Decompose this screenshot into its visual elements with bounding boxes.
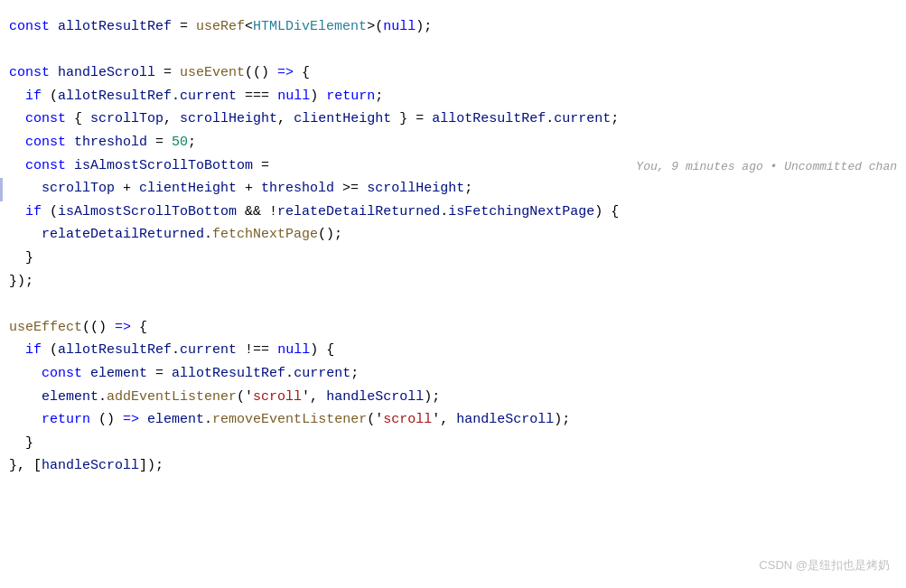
line-content: }); — [9, 271, 33, 293]
token-prop: current — [554, 111, 611, 126]
token-kw: null — [383, 19, 416, 34]
token-plain: = — [147, 366, 172, 381]
token-arrow: => — [123, 412, 139, 427]
line-content: const handleScroll = useEvent(() => { — [9, 62, 310, 84]
code-line — [0, 40, 906, 63]
token-plain: ) — [310, 89, 326, 104]
token-plain: ( — [42, 342, 58, 358]
token-var: scrollHeight — [180, 111, 277, 126]
token-var: threshold — [74, 135, 147, 150]
token-prop: isFetchingNextPage — [448, 204, 594, 219]
token-plain: ; — [375, 89, 383, 104]
token-plain: === — [237, 89, 277, 104]
token-plain: ); — [424, 389, 440, 405]
code-line: useEffect(() => { — [0, 317, 906, 341]
token-var: handleScroll — [326, 389, 424, 405]
token-fn: useEvent — [180, 65, 245, 80]
token-plain: (); — [318, 227, 342, 242]
token-kw: const — [9, 19, 58, 34]
token-plain: . — [285, 366, 294, 381]
line-content: const threshold = 50; — [9, 132, 196, 154]
token-var: allotResultRef — [58, 342, 172, 358]
line-content: const isAlmostScrollToBottom = — [9, 155, 269, 177]
code-line: const element = allotResultRef.current; — [0, 363, 906, 387]
line-content: } — [9, 247, 33, 269]
token-kw: return — [326, 89, 375, 104]
code-line: const { scrollTop, scrollHeight, clientH… — [0, 108, 906, 132]
token-var: handleScroll — [58, 65, 155, 80]
token-plain: = — [172, 19, 196, 34]
token-var: allotResultRef — [58, 19, 172, 34]
code-line: relateDetailReturned.fetchNextPage(); — [0, 224, 906, 247]
token-plain: , — [163, 111, 180, 126]
token-plain — [9, 135, 25, 150]
token-prop: current — [180, 342, 237, 358]
token-plain: . — [172, 89, 180, 104]
token-plain: { — [66, 111, 90, 126]
token-kw: const — [25, 111, 66, 126]
token-kw: const — [9, 65, 58, 80]
token-var: scrollHeight — [367, 181, 464, 196]
token-plain: { — [131, 320, 147, 335]
token-plain: ', — [302, 389, 326, 405]
token-str: scroll — [383, 412, 432, 427]
line-content: if (allotResultRef.current !== null) { — [9, 340, 334, 361]
token-plain: } = — [391, 111, 432, 126]
token-str: scroll — [253, 389, 302, 405]
token-plain: ]); — [139, 458, 163, 473]
line-content: useEffect(() => { — [9, 317, 147, 339]
token-plain: ', — [432, 412, 456, 427]
token-kw: if — [25, 89, 42, 104]
token-kw: const — [25, 158, 66, 173]
token-plain: + — [115, 181, 139, 196]
token-plain — [9, 158, 25, 173]
token-method: fetchNextPage — [212, 227, 318, 242]
code-line: if (allotResultRef.current === null) ret… — [0, 86, 906, 109]
token-plain: . — [98, 389, 107, 405]
token-plain: >( — [367, 19, 383, 34]
token-kw: null — [277, 89, 310, 104]
code-line: }); — [0, 271, 906, 294]
token-plain: ; — [188, 135, 196, 150]
token-plain: >= — [334, 181, 367, 196]
token-plain: (' — [237, 389, 253, 405]
token-plain — [9, 204, 25, 219]
token-kw: return — [42, 412, 90, 427]
token-plain: ); — [554, 412, 570, 427]
token-var: relateDetailReturned — [277, 204, 440, 219]
code-line: } — [0, 247, 906, 271]
token-plain: . — [440, 204, 448, 219]
token-plain: }, [ — [9, 458, 42, 473]
token-kw: null — [277, 342, 310, 358]
token-plain: ); — [416, 19, 432, 34]
line-content: if (isAlmostScrollToBottom && !relateDet… — [9, 201, 619, 223]
line-content: element.addEventListener('scroll', handl… — [9, 387, 440, 408]
code-editor: const allotResultRef = useRef<HTMLDivEle… — [0, 0, 906, 588]
token-plain: . — [204, 227, 212, 242]
code-line: } — [0, 433, 906, 456]
token-var: clientHeight — [139, 181, 237, 196]
token-arrow: => — [277, 65, 294, 80]
line-content: relateDetailReturned.fetchNextPage(); — [9, 224, 342, 246]
token-kw: const — [42, 366, 82, 381]
token-plain: ; — [464, 181, 472, 196]
token-prop: current — [294, 366, 350, 381]
token-prop: current — [180, 89, 237, 104]
code-line: const allotResultRef = useRef<HTMLDivEle… — [0, 16, 906, 40]
token-var: element — [147, 412, 204, 427]
token-plain — [9, 89, 25, 104]
token-kw: const — [25, 135, 66, 150]
token-plain: (() — [245, 65, 277, 80]
token-var: scrollTop — [90, 111, 163, 126]
line-content: if (allotResultRef.current === null) ret… — [9, 86, 383, 107]
token-plain: + — [237, 181, 261, 196]
token-plain — [139, 412, 147, 427]
code-line: const handleScroll = useEvent(() => { — [0, 62, 906, 86]
token-plain: . — [204, 412, 212, 427]
watermark: CSDN @是纽扣也是烤奶 — [759, 556, 890, 575]
token-plain: ; — [611, 111, 619, 126]
token-plain: } — [9, 250, 33, 266]
token-var: element — [90, 366, 147, 381]
token-plain: = — [253, 158, 269, 173]
token-var: clientHeight — [294, 111, 391, 126]
